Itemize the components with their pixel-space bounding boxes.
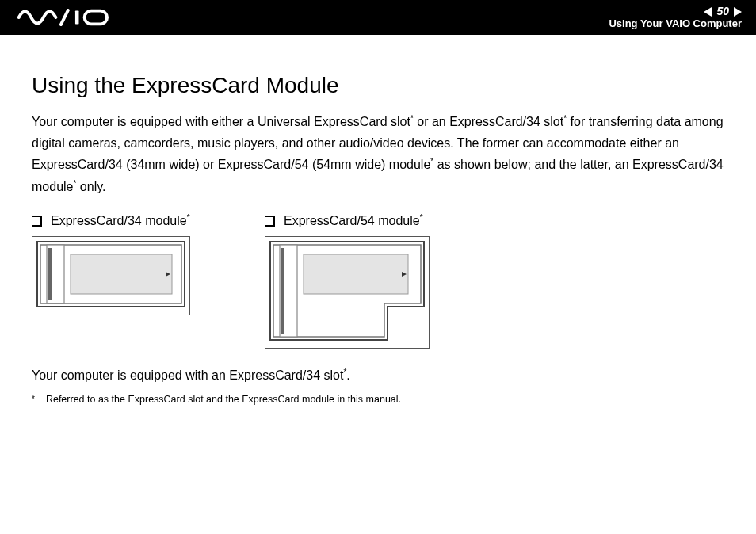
svg-rect-11: [281, 248, 284, 334]
expresscard-34-icon: [36, 240, 186, 308]
footnote-text: Referred to as the ExpressCard slot and …: [46, 394, 401, 405]
module-34-column: ExpressCard/34 module*: [32, 213, 190, 349]
module-34-illustration: [32, 236, 190, 315]
text-run: Your computer is equipped with either a …: [32, 115, 410, 128]
module-54-illustration: [265, 236, 430, 349]
text-run: or an ExpressCard/34 slot: [414, 115, 563, 128]
module-34-label: ExpressCard/34 module*: [32, 213, 190, 228]
vaio-logo: [17, 9, 113, 26]
text-run: .: [346, 368, 349, 382]
page-navigator: 50: [704, 5, 742, 17]
label-text: ExpressCard/54 module: [284, 214, 420, 227]
header-right: 50 Using Your VAIO Computer: [609, 5, 742, 29]
module-54-label: ExpressCard/54 module*: [265, 213, 430, 228]
svg-rect-5: [71, 254, 172, 294]
footnote-ref-icon: *: [187, 213, 190, 222]
footnote-ref-icon: *: [420, 213, 423, 222]
module-illustrations: ExpressCard/34 module*: [32, 213, 724, 349]
text-run: only.: [76, 180, 105, 193]
footnote-marker: *: [32, 394, 35, 405]
vaio-logo-icon: [17, 9, 113, 26]
prev-page-icon[interactable]: [704, 7, 712, 17]
footnote: * Referred to as the ExpressCard slot an…: [32, 394, 724, 405]
svg-line-0: [61, 10, 68, 25]
intro-paragraph: Your computer is equipped with either a …: [32, 111, 724, 197]
text-run: Your computer is equipped with an Expres…: [32, 368, 343, 382]
header-bar: 50 Using Your VAIO Computer: [0, 0, 756, 35]
page-content: Using the ExpressCard Module Your comput…: [0, 35, 756, 405]
label-text: ExpressCard/34 module: [51, 214, 187, 227]
bullet-icon: [32, 216, 41, 226]
svg-rect-7: [48, 248, 52, 300]
manual-page: 50 Using Your VAIO Computer Using the Ex…: [0, 0, 756, 534]
bullet-icon: [265, 216, 274, 226]
next-page-icon[interactable]: [734, 7, 742, 17]
module-54-column: ExpressCard/54 module*: [265, 213, 430, 349]
expresscard-54-icon: [269, 240, 426, 341]
page-number: 50: [716, 5, 729, 17]
page-title: Using the ExpressCard Module: [32, 73, 724, 98]
section-title: Using Your VAIO Computer: [609, 18, 742, 30]
svg-rect-9: [304, 254, 408, 294]
svg-rect-1: [75, 11, 79, 25]
equipped-sentence: Your computer is equipped with an Expres…: [32, 364, 724, 386]
svg-rect-2: [85, 11, 107, 25]
